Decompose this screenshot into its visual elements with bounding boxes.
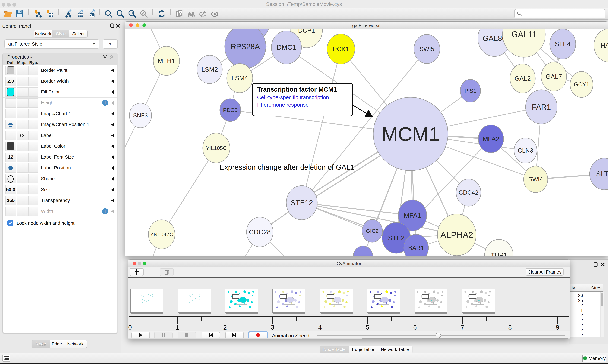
network-node-cdc28[interactable]: CDC28 (247, 217, 273, 247)
property-row-width[interactable]: Widthi (3, 206, 117, 217)
network-node-gal2[interactable]: GAL2 (510, 64, 535, 93)
property-row-shape[interactable]: Shape (3, 173, 117, 184)
network-node-cdc42[interactable]: CDC42 (456, 179, 481, 206)
column-header[interactable]: Stres (591, 286, 601, 290)
zoom-out-icon[interactable] (116, 9, 125, 18)
property-row-border-width[interactable]: 2.0Border Width (3, 76, 117, 87)
network-node-tup1[interactable]: TUP1 (485, 239, 513, 257)
property-cell[interactable] (17, 87, 28, 97)
network-node-hap2[interactable]: HAP2 (594, 29, 608, 62)
expand-property-icon[interactable] (111, 177, 114, 181)
network-node-swi4[interactable]: SWI4 (524, 166, 548, 193)
results-cell[interactable]: 2 (570, 328, 583, 333)
expand-all-icon[interactable] (103, 54, 107, 59)
open-session-icon[interactable] (3, 9, 13, 18)
network-node-alpha2[interactable]: ALPHA2 (438, 214, 476, 256)
expand-property-icon[interactable] (111, 123, 114, 127)
clear-all-frames-button[interactable]: Clear All Frames (525, 268, 564, 276)
property-row-label-font-size[interactable]: 12Label Font Size (3, 152, 117, 163)
add-frame-button[interactable] (130, 268, 144, 276)
property-row-height[interactable]: Heighti (3, 98, 117, 108)
network-node-ynl047c[interactable]: YNL047C (148, 220, 175, 249)
results-cell[interactable]: 1 (570, 308, 583, 313)
property-cell[interactable] (28, 66, 39, 75)
position-icon[interactable] (8, 166, 13, 171)
property-row-size[interactable]: 50.0Size (3, 184, 117, 195)
expand-property-icon[interactable] (111, 112, 114, 116)
export-table-icon[interactable] (74, 9, 83, 18)
network-node-snf3[interactable]: SNF3 (129, 103, 152, 128)
network-node-mfa2[interactable]: MFA2 (478, 125, 504, 153)
frame-thumbnail-6[interactable] (367, 288, 400, 312)
results-cell[interactable]: 25 (570, 298, 583, 303)
import-table-icon[interactable] (45, 9, 54, 18)
property-row-border-paint[interactable]: Border Paint (3, 65, 117, 76)
info-icon[interactable]: i (102, 208, 108, 214)
binoculars-icon[interactable] (187, 9, 196, 18)
property-cell[interactable] (28, 153, 39, 162)
property-row-image-chart-1[interactable]: Image/Chart 1 (3, 108, 117, 119)
property-cell[interactable] (17, 207, 28, 216)
property-row-label-position[interactable]: Label Position (3, 163, 117, 173)
property-row-transparency[interactable]: 255Transparency (3, 195, 117, 206)
property-row-image-chart-position-1[interactable]: Image/Chart Position 1 (3, 119, 117, 130)
network-node-mcm1[interactable]: MCM1 (373, 97, 448, 171)
network-node-yil105c[interactable]: YIL105C (203, 133, 230, 163)
property-cell[interactable] (28, 185, 39, 194)
property-cell[interactable] (17, 109, 28, 118)
network-node-pis1[interactable]: PIS1 (460, 79, 481, 102)
property-cell[interactable] (17, 174, 28, 183)
cyanimator-titlebar[interactable]: CyAnimator (128, 260, 570, 267)
property-cell[interactable] (17, 120, 28, 129)
results-cell[interactable]: 2 (570, 303, 583, 308)
property-cell[interactable] (17, 163, 28, 172)
tab-network[interactable]: Network (64, 340, 87, 348)
annotation-link[interactable]: Pheromone response (257, 102, 352, 108)
network-window-titlebar[interactable]: galFiltered.sif (125, 22, 608, 29)
property-cell[interactable] (28, 174, 39, 183)
style-select[interactable]: galFiltered Style ▼ (4, 39, 99, 49)
expand-property-icon[interactable] (111, 79, 114, 83)
property-cell[interactable] (28, 163, 39, 172)
property-cell[interactable] (28, 87, 39, 97)
frame-thumbnail-8[interactable] (462, 288, 495, 312)
property-cell[interactable] (17, 196, 28, 205)
float-panel-icon[interactable] (110, 23, 115, 28)
lock-size-checkbox[interactable] (7, 220, 13, 226)
network-node-ste12[interactable]: STE12 (286, 186, 317, 220)
task-history-button[interactable] (2, 354, 10, 362)
results-cell[interactable]: 2 (570, 333, 583, 338)
property-cell[interactable] (28, 131, 39, 140)
color-swatch[interactable] (7, 88, 14, 96)
property-row-label-color[interactable]: Label Color (3, 141, 117, 152)
network-node-gal7[interactable]: GAL7 (541, 62, 567, 91)
results-cell[interactable]: 2 (570, 318, 583, 323)
delete-frame-button[interactable] (160, 268, 174, 276)
frame-thumbnail-7[interactable] (415, 288, 447, 312)
tab-select[interactable]: Select (69, 30, 87, 37)
network-node-ste4[interactable]: STE4 (550, 29, 576, 59)
zoom-selected-icon[interactable] (139, 9, 148, 18)
cyanimator-timeline[interactable]: Seconds 0123456789 (128, 278, 570, 331)
property-cell[interactable] (17, 153, 28, 162)
network-canvas[interactable]: RPS28BDCP1RPS28ADMC1PCK1SWI5GAL80GAL11ST… (125, 29, 608, 257)
network-node-gal11[interactable]: GAL11 (503, 29, 545, 57)
mcm1-annotation[interactable]: Transcription factor MCM1 Cell-type-spec… (252, 83, 353, 116)
export-image-icon[interactable] (86, 9, 95, 18)
frame-thumbnail-3[interactable] (225, 288, 258, 312)
collapse-all-icon[interactable] (109, 54, 114, 59)
network-node-mth1[interactable]: MTH1 (153, 46, 180, 76)
frame-thumbnail-4[interactable] (273, 288, 305, 312)
network-node-gcy1[interactable]: GCY1 (570, 71, 593, 97)
network-node-rps28a[interactable]: RPS28A (225, 29, 266, 68)
network-node-pdc5[interactable]: PDC5 (220, 99, 241, 121)
tab-network[interactable]: Network (34, 30, 52, 37)
properties-header[interactable]: Properties ▾ (2, 53, 118, 60)
tab-network-table[interactable]: Network Table (377, 346, 412, 353)
skip-start-button[interactable] (202, 332, 220, 339)
property-cell[interactable] (5, 207, 16, 216)
property-cell[interactable] (17, 66, 28, 75)
column-divider[interactable] (585, 284, 585, 291)
search-box[interactable] (514, 9, 606, 18)
property-cell[interactable] (17, 98, 28, 107)
